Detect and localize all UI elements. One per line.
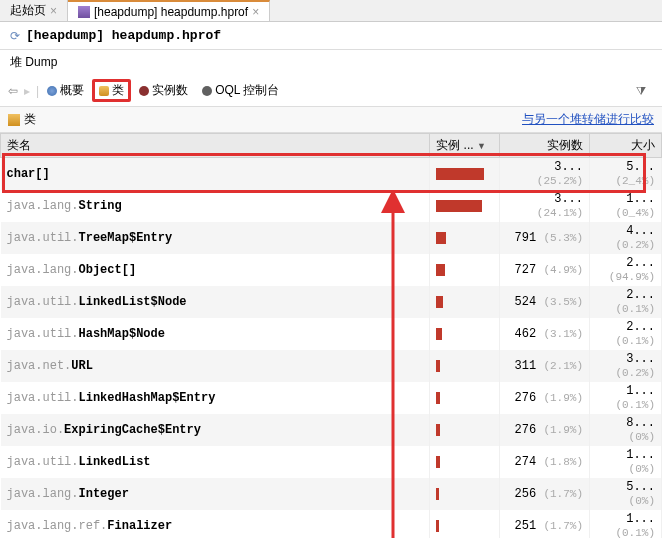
cell-size: 1... (0%) xyxy=(590,446,662,478)
cell-classname: java.util.LinkedList xyxy=(1,446,430,478)
back-icon[interactable]: ⇦ xyxy=(8,84,18,98)
cell-instances: 791 (5.3%) xyxy=(500,222,590,254)
cell-classname: java.io.ExpiringCache$Entry xyxy=(1,414,430,446)
table-row[interactable]: java.lang.ref.Finalizer251 (1.7%)1... (0… xyxy=(1,510,662,538)
classes-icon xyxy=(99,86,109,96)
table-row[interactable]: java.util.LinkedHashMap$Entry276 (1.9%)1… xyxy=(1,382,662,414)
cell-bar xyxy=(430,510,500,538)
cell-bar xyxy=(430,158,500,191)
table-row[interactable]: java.lang.Integer256 (1.7%)5... (0%) xyxy=(1,478,662,510)
cell-instances: 276 (1.9%) xyxy=(500,414,590,446)
cell-bar xyxy=(430,286,500,318)
section-label: 类 xyxy=(24,111,36,128)
instances-icon xyxy=(139,86,149,96)
table-row[interactable]: java.net.URL311 (2.1%)3... (0.2%) xyxy=(1,350,662,382)
table-row[interactable]: java.util.LinkedList$Node524 (3.5%)2... … xyxy=(1,286,662,318)
cell-instances: 524 (3.5%) xyxy=(500,286,590,318)
col-instances[interactable]: 实例数 xyxy=(500,134,590,158)
button-label: OQL 控制台 xyxy=(215,82,279,99)
table-row[interactable]: java.util.TreeMap$Entry791 (5.3%)4... (0… xyxy=(1,222,662,254)
cell-instances: 3... (25.2%) xyxy=(500,158,590,191)
tab-label: [heapdump] heapdump.hprof xyxy=(94,5,248,19)
oql-icon xyxy=(202,86,212,96)
button-label: 概要 xyxy=(60,82,84,99)
classes-icon xyxy=(8,114,20,126)
col-classname[interactable]: 类名 xyxy=(1,134,430,158)
tab-heapdump[interactable]: [heapdump] heapdump.hprof × xyxy=(68,0,270,21)
cell-size: 5... (0%) xyxy=(590,478,662,510)
cell-size: 2... (0.1%) xyxy=(590,318,662,350)
compare-link[interactable]: 与另一个堆转储进行比较 xyxy=(522,111,654,128)
close-icon[interactable]: × xyxy=(50,4,57,18)
heapdump-icon xyxy=(78,6,90,18)
classes-button[interactable]: 类 xyxy=(92,79,131,102)
file-title: [heapdump] heapdump.hprof xyxy=(26,28,221,43)
table-row[interactable]: java.lang.Object[]727 (4.9%)2... (94.9%) xyxy=(1,254,662,286)
cell-size: 2... (94.9%) xyxy=(590,254,662,286)
cell-classname: java.net.URL xyxy=(1,350,430,382)
tab-start-page[interactable]: 起始页 × xyxy=(0,0,68,21)
cell-bar xyxy=(430,382,500,414)
tab-label: 起始页 xyxy=(10,2,46,19)
button-label: 实例数 xyxy=(152,82,188,99)
cell-instances: 727 (4.9%) xyxy=(500,254,590,286)
cell-classname: java.lang.Integer xyxy=(1,478,430,510)
cell-classname: java.util.HashMap$Node xyxy=(1,318,430,350)
close-icon[interactable]: × xyxy=(252,5,259,19)
sort-desc-icon: ▼ xyxy=(477,141,486,151)
cell-instances: 462 (3.1%) xyxy=(500,318,590,350)
filter-icon[interactable]: ⧩ xyxy=(636,84,646,98)
refresh-icon[interactable]: ⟳ xyxy=(10,29,20,43)
cell-classname: java.util.LinkedList$Node xyxy=(1,286,430,318)
cell-instances: 256 (1.7%) xyxy=(500,478,590,510)
toolbar: ⇦ ▸ | 概要 类 实例数 OQL 控制台 ⧩ xyxy=(0,75,662,107)
table-row[interactable]: java.lang.String3... (24.1%)1... (0_4%) xyxy=(1,190,662,222)
cell-instances: 274 (1.8%) xyxy=(500,446,590,478)
cell-size: 1... (0.1%) xyxy=(590,510,662,538)
table-row[interactable]: java.util.LinkedList274 (1.8%)1... (0%) xyxy=(1,446,662,478)
cell-size: 8... (0%) xyxy=(590,414,662,446)
forward-icon[interactable]: ▸ xyxy=(24,84,30,98)
cell-bar xyxy=(430,414,500,446)
section-header: 类 与另一个堆转储进行比较 xyxy=(0,107,662,133)
cell-size: 4... (0.2%) xyxy=(590,222,662,254)
button-label: 类 xyxy=(112,82,124,99)
cell-bar xyxy=(430,350,500,382)
cell-bar xyxy=(430,446,500,478)
cell-classname: java.lang.Object[] xyxy=(1,254,430,286)
col-instances-pct[interactable]: 实例 ... ▼ xyxy=(430,134,500,158)
cell-bar xyxy=(430,254,500,286)
cell-size: 1... (0.1%) xyxy=(590,382,662,414)
heap-dump-label: 堆 Dump xyxy=(0,50,662,75)
cell-size: 5... (2_4%) xyxy=(590,158,662,191)
table-row[interactable]: java.util.HashMap$Node462 (3.1%)2... (0.… xyxy=(1,318,662,350)
cell-size: 2... (0.1%) xyxy=(590,286,662,318)
table-row[interactable]: char[]3... (25.2%)5... (2_4%) xyxy=(1,158,662,191)
cell-bar xyxy=(430,222,500,254)
file-header: ⟳ [heapdump] heapdump.hprof xyxy=(0,22,662,50)
oql-button[interactable]: OQL 控制台 xyxy=(196,80,285,101)
cell-classname: char[] xyxy=(1,158,430,191)
summary-button[interactable]: 概要 xyxy=(41,80,90,101)
cell-classname: java.lang.String xyxy=(1,190,430,222)
cell-bar xyxy=(430,478,500,510)
cell-bar xyxy=(430,190,500,222)
cell-classname: java.util.LinkedHashMap$Entry xyxy=(1,382,430,414)
cell-size: 1... (0_4%) xyxy=(590,190,662,222)
cell-instances: 276 (1.9%) xyxy=(500,382,590,414)
cell-instances: 251 (1.7%) xyxy=(500,510,590,538)
cell-size: 3... (0.2%) xyxy=(590,350,662,382)
cell-instances: 311 (2.1%) xyxy=(500,350,590,382)
cell-instances: 3... (24.1%) xyxy=(500,190,590,222)
cell-bar xyxy=(430,318,500,350)
table-container: 类名 实例 ... ▼ 实例数 大小 char[]3... (25.2%)5..… xyxy=(0,133,662,538)
cell-classname: java.util.TreeMap$Entry xyxy=(1,222,430,254)
instances-button[interactable]: 实例数 xyxy=(133,80,194,101)
cell-classname: java.lang.ref.Finalizer xyxy=(1,510,430,538)
editor-tabs: 起始页 × [heapdump] heapdump.hprof × xyxy=(0,0,662,22)
info-icon xyxy=(47,86,57,96)
table-row[interactable]: java.io.ExpiringCache$Entry276 (1.9%)8..… xyxy=(1,414,662,446)
classes-table: 类名 实例 ... ▼ 实例数 大小 char[]3... (25.2%)5..… xyxy=(0,133,662,538)
col-size[interactable]: 大小 xyxy=(590,134,662,158)
